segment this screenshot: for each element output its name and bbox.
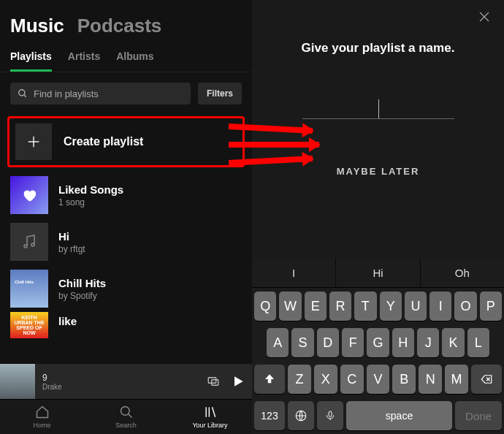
playlist-hi[interactable]: Hi by rftgt [0, 218, 252, 265]
kb-key-t[interactable]: T [354, 292, 376, 321]
kb-key-w[interactable]: W [279, 292, 301, 321]
heart-icon [21, 187, 37, 203]
close-button[interactable] [478, 10, 491, 23]
svg-line-12 [212, 407, 215, 416]
kb-suggestion[interactable]: Hi [336, 259, 420, 287]
playlist-name-input[interactable] [302, 118, 454, 119]
item-title: Liked Songs [58, 183, 123, 196]
filters-button[interactable]: Filters [198, 83, 242, 104]
home-icon [35, 405, 50, 419]
playlist-cover: Chill Hits [10, 270, 48, 308]
svg-line-1 [24, 95, 26, 97]
liked-songs-cover [10, 176, 48, 214]
svg-rect-6 [208, 378, 216, 384]
svg-point-8 [121, 407, 129, 416]
kb-key-x[interactable]: X [314, 365, 337, 394]
item-sub: by rftgt [58, 244, 85, 254]
kb-key-e[interactable]: E [305, 292, 327, 321]
kb-suggestion[interactable]: I [252, 259, 336, 287]
kb-numbers[interactable]: 123 [254, 401, 285, 430]
kb-key-i[interactable]: I [429, 292, 451, 321]
kb-done[interactable]: Done [455, 401, 502, 430]
create-highlight: Create playlist [7, 116, 245, 167]
nav-home[interactable]: Home [0, 400, 84, 434]
svg-point-4 [24, 245, 27, 248]
kb-backspace[interactable] [471, 365, 502, 394]
play-icon [231, 374, 245, 389]
kb-key-q[interactable]: Q [254, 292, 276, 321]
music-note-icon [20, 233, 38, 251]
item-title: Chill Hits [58, 277, 106, 289]
kb-key-c[interactable]: C [340, 365, 364, 394]
plus-icon [15, 123, 52, 160]
create-label: Create playlist [64, 135, 143, 148]
kb-suggestion[interactable]: Oh [421, 259, 504, 287]
close-icon [478, 10, 491, 23]
kb-key-g[interactable]: G [367, 328, 389, 357]
kb-key-v[interactable]: V [367, 365, 390, 394]
tab-podcasts[interactable]: Podcasts [77, 15, 162, 37]
search-icon [18, 88, 28, 99]
kb-key-s[interactable]: S [291, 328, 313, 357]
nav-library[interactable]: Your Library [168, 400, 252, 434]
playlist-chill-hits[interactable]: Chill Hits Chill Hits by Spotify [0, 265, 252, 312]
svg-line-9 [128, 414, 131, 418]
keyboard: I Hi Oh QWERTYUIOP ASDFGHJKL ZXCVBNM 123… [252, 259, 504, 434]
globe-icon [294, 409, 308, 422]
subtab-albums[interactable]: Albums [116, 50, 153, 72]
kb-key-m[interactable]: M [445, 365, 468, 394]
backspace-icon [478, 373, 495, 386]
item-title: Hi [58, 230, 85, 243]
now-playing-cover [0, 364, 35, 399]
maybe-later-button[interactable]: MAYBE LATER [252, 166, 504, 177]
search-input[interactable]: Find in playlists [10, 83, 191, 104]
kb-key-f[interactable]: F [342, 328, 364, 357]
item-title: like [58, 315, 77, 327]
kb-key-l[interactable]: L [467, 328, 489, 357]
search-icon [119, 405, 134, 419]
kb-key-y[interactable]: Y [380, 292, 402, 321]
kb-key-u[interactable]: U [405, 292, 427, 321]
shift-icon [263, 373, 276, 386]
search-placeholder: Find in playlists [34, 88, 99, 99]
svg-rect-7 [212, 380, 218, 386]
create-playlist-button[interactable]: Create playlist [9, 118, 243, 165]
kb-key-z[interactable]: Z [288, 365, 311, 394]
kb-key-a[interactable]: A [267, 328, 289, 357]
kb-key-b[interactable]: B [392, 365, 416, 394]
subtab-artists[interactable]: Artists [68, 50, 100, 72]
play-button[interactable] [224, 374, 252, 389]
svg-point-5 [31, 243, 34, 246]
playlist-cover: KEITH URBAN THE SPEED OF NOW [10, 312, 48, 338]
cast-icon[interactable] [202, 375, 224, 388]
nav-search[interactable]: Search [84, 400, 168, 434]
playlist-liked-songs[interactable]: Liked Songs 1 song [0, 172, 252, 218]
now-playing-title: 9 [42, 373, 202, 383]
kb-key-k[interactable]: K [442, 328, 464, 357]
mic-icon [324, 410, 336, 422]
playlist-name-prompt: Give your playlist a name. [252, 41, 504, 56]
kb-shift[interactable] [254, 365, 285, 394]
kb-key-h[interactable]: H [392, 328, 414, 357]
library-icon [203, 405, 218, 419]
kb-key-d[interactable]: D [317, 328, 339, 357]
playlist-like[interactable]: KEITH URBAN THE SPEED OF NOW like [0, 312, 252, 343]
kb-globe[interactable] [288, 401, 314, 430]
text-cursor [378, 99, 379, 118]
item-sub: 1 song [58, 197, 123, 208]
svg-point-0 [19, 90, 25, 96]
kb-space[interactable]: space [346, 401, 452, 430]
now-playing-artist: Drake [42, 383, 202, 391]
kb-mic[interactable] [317, 401, 343, 430]
svg-rect-18 [329, 411, 332, 416]
playlist-cover [10, 223, 48, 261]
now-playing-bar[interactable]: 9 Drake [0, 364, 252, 399]
kb-key-j[interactable]: J [417, 328, 439, 357]
kb-key-p[interactable]: P [480, 292, 502, 321]
kb-key-r[interactable]: R [329, 292, 351, 321]
kb-key-n[interactable]: N [419, 365, 442, 394]
kb-key-o[interactable]: O [454, 292, 476, 321]
subtab-playlists[interactable]: Playlists [10, 50, 52, 72]
tab-music[interactable]: Music [10, 15, 64, 37]
item-sub: by Spotify [58, 291, 106, 301]
